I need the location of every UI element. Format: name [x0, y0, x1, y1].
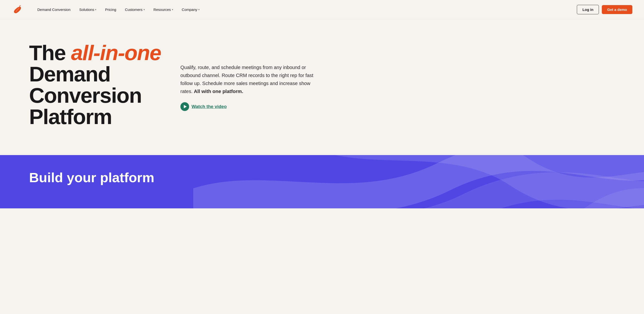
login-button[interactable]: Log in — [577, 5, 599, 14]
nav-solutions[interactable]: Solutions ▾ — [76, 5, 100, 13]
main-nav: Demand Conversion Solutions ▾ Pricing Cu… — [0, 0, 644, 19]
bottom-band: Build your platform — [0, 155, 644, 208]
nav-demand-conversion[interactable]: Demand Conversion — [34, 5, 74, 13]
nav-links: Demand Conversion Solutions ▾ Pricing Cu… — [34, 5, 577, 13]
chevron-down-icon: ▾ — [95, 8, 96, 11]
get-demo-button[interactable]: Get a demo — [602, 5, 632, 14]
hero-content-block: Qualify, route, and schedule meetings fr… — [180, 59, 615, 111]
play-icon — [180, 102, 189, 111]
hero-description: Qualify, route, and schedule meetings fr… — [180, 63, 321, 95]
nav-company[interactable]: Company ▾ — [178, 5, 203, 13]
logo[interactable] — [12, 4, 22, 15]
headline-text-2: DemandConversionPlatform — [29, 62, 142, 129]
nav-actions: Log in Get a demo — [577, 5, 632, 14]
nav-customers[interactable]: Customers ▾ — [122, 5, 148, 13]
watch-video-link[interactable]: Watch the video — [180, 102, 227, 111]
nav-resources[interactable]: Resources ▾ — [150, 5, 176, 13]
headline-text-1: The — [29, 41, 71, 65]
headline-highlight: all-in-one — [71, 41, 161, 65]
bottom-band-title: Build your platform — [29, 170, 615, 185]
chevron-down-icon: ▾ — [172, 8, 173, 11]
hero-section: The all-in-one DemandConversionPlatform … — [0, 19, 644, 155]
chevron-down-icon: ▾ — [144, 8, 145, 11]
hero-headline-block: The all-in-one DemandConversionPlatform — [29, 42, 161, 127]
hero-headline: The all-in-one DemandConversionPlatform — [29, 42, 161, 127]
chevron-down-icon: ▾ — [198, 8, 200, 11]
nav-pricing[interactable]: Pricing — [102, 5, 120, 13]
